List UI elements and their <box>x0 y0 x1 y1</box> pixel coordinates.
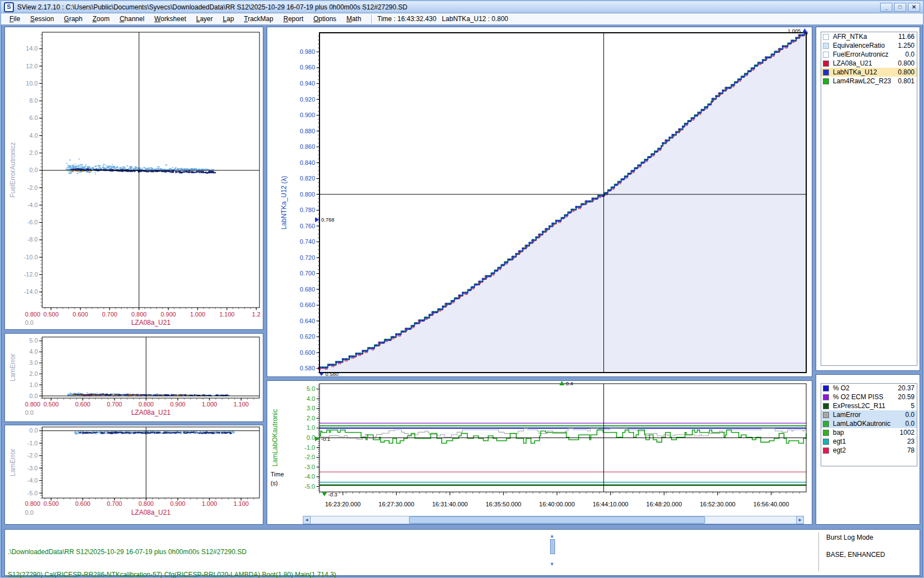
svg-text:16:35:50.000: 16:35:50.000 <box>486 501 521 507</box>
menu-item-zoom[interactable]: Zoom <box>87 14 114 24</box>
scroll-left-icon[interactable]: ◄ <box>303 516 311 524</box>
svg-text:3.0: 3.0 <box>29 359 38 366</box>
svg-text:0.500: 0.500 <box>43 401 59 408</box>
svg-text:-2.0: -2.0 <box>27 184 38 191</box>
channel-name: bap <box>833 429 900 436</box>
svg-text:-10.0: -10.0 <box>24 254 38 260</box>
legend-row[interactable]: bap1002 <box>821 428 917 437</box>
legend-row[interactable]: LabNTKa_U120.800 <box>821 68 917 77</box>
channel-color-swatch <box>823 394 829 400</box>
svg-text:0.700: 0.700 <box>102 311 118 318</box>
svg-text:-3.0: -3.0 <box>27 465 38 471</box>
menu-item-math[interactable]: Math <box>341 14 366 24</box>
svg-text:0.700: 0.700 <box>107 401 122 408</box>
svg-text:0.740: 0.740 <box>299 238 315 245</box>
svg-text:0.900: 0.900 <box>170 401 186 408</box>
svg-text:LamError: LamError <box>9 449 17 476</box>
svg-text:0.620: 0.620 <box>299 333 315 340</box>
svg-text:0.940: 0.940 <box>299 80 315 87</box>
legend-row[interactable]: AFR_NTKa11.66 <box>821 32 917 41</box>
channel-value: 0.800 <box>898 68 915 76</box>
svg-text:4.0: 4.0 <box>29 132 38 139</box>
svg-text:1.005: 1.005 <box>788 28 801 34</box>
maximize-button[interactable]: □ <box>894 3 906 12</box>
max-value-marker <box>560 381 565 385</box>
svg-text:-0.3: -0.3 <box>328 491 337 497</box>
legend-row[interactable]: % O2 ECM PISS20.59 <box>821 393 917 401</box>
lamerror-scatter-panel-1: 5.04.03.02.01.00.00.5000.6000.7000.8000.… <box>4 333 263 422</box>
svg-text:0.720: 0.720 <box>299 254 315 261</box>
legend-row[interactable]: EquivalenceRatio1.250 <box>821 41 917 50</box>
scrollbar-thumb[interactable] <box>409 516 705 524</box>
fuelerror-vs-lza08a-chart[interactable]: 14.012.010.08.06.04.02.00.0-2.0-4.0-6.0-… <box>5 27 263 329</box>
menu-item-options[interactable]: Options <box>308 14 341 24</box>
channel-list-bottom: % O220.37% O2 ECM PISS20.59ExPressL2C_R1… <box>821 383 917 466</box>
svg-text:-0.1: -0.1 <box>321 436 330 442</box>
channel-value: 20.59 <box>898 393 915 401</box>
legend-row[interactable]: Lam4RawL2C_R230.801 <box>821 77 917 86</box>
mini-scroll-down-icon[interactable]: ▼ <box>550 562 555 567</box>
lamlabokautronic-time-chart[interactable]: 5.04.03.02.01.00.0-1.0-2.0-3.0-4.0-5.016… <box>267 381 812 513</box>
legend-row[interactable]: egt278 <box>821 446 917 455</box>
svg-text:0.0: 0.0 <box>307 434 315 441</box>
svg-text:0.0: 0.0 <box>25 319 33 326</box>
svg-text:0.680: 0.680 <box>299 286 315 293</box>
app-logo-icon: S <box>4 2 14 12</box>
svg-text:LZA08a_U21: LZA08a_U21 <box>131 509 171 516</box>
labntka-lambda-chart[interactable]: 0.9800.9600.9400.9200.9000.8800.8600.840… <box>267 27 812 376</box>
menu-item-report[interactable]: Report <box>278 14 308 24</box>
svg-text:-6.0: -6.0 <box>27 219 38 225</box>
menu-item-session[interactable]: Session <box>25 14 59 24</box>
legend-row[interactable]: LZA08a_U210.800 <box>821 59 917 68</box>
channel-color-swatch <box>823 43 829 49</box>
close-button[interactable]: ✕ <box>908 3 920 12</box>
time-scrollbar[interactable]: ◄ ► <box>303 516 804 524</box>
menu-item-channel[interactable]: Channel <box>114 14 149 24</box>
svg-text:-2.0: -2.0 <box>304 454 315 460</box>
status-bar: .\DownloadedData\RR S12\2025-10-29 16-07… <box>4 529 920 576</box>
channel-legend-panel-top: AFR_NTKa11.66EquivalenceRatio1.250FuelEr… <box>816 27 920 371</box>
menu-item-file[interactable]: File <box>4 14 25 24</box>
menu-item-layer[interactable]: Layer <box>191 14 218 24</box>
channel-info-box: ▲ ▼ LabNTKa_U12 (200Hz) samples(786167) … <box>550 534 815 568</box>
legend-row[interactable]: LamError0.0 <box>821 410 917 419</box>
minimize-button[interactable]: _ <box>880 3 892 12</box>
svg-text:0.960: 0.960 <box>299 64 315 71</box>
legend-row[interactable]: FuelErrorAutronicz0.0 <box>821 50 917 59</box>
scrollbar-track[interactable] <box>311 516 796 524</box>
mini-scroll-up-icon[interactable]: ▲ <box>550 534 555 539</box>
menu-item-worksheet[interactable]: Worksheet <box>149 14 191 24</box>
svg-text:-3.0: -3.0 <box>304 464 315 470</box>
min-value-marker <box>322 492 327 497</box>
svg-text:0.500: 0.500 <box>43 311 59 318</box>
svg-text:LZA08a_U21: LZA08a_U21 <box>131 319 171 326</box>
svg-text:0.800: 0.800 <box>25 401 41 408</box>
lamerror-vs-lza08a-chart-1[interactable]: 5.04.03.02.01.00.00.5000.6000.7000.8000.… <box>5 334 263 421</box>
svg-text:0.800: 0.800 <box>299 191 315 198</box>
legend-row[interactable]: egt123 <box>821 437 917 446</box>
log-mode-title: Burst Log Mode <box>826 534 885 541</box>
cursor-value-marker <box>315 436 319 441</box>
channel-name: % O2 <box>833 384 898 392</box>
svg-text:3.0: 3.0 <box>307 405 315 411</box>
svg-text:2.0: 2.0 <box>29 149 38 156</box>
svg-text:0.0: 0.0 <box>25 409 33 416</box>
lamerror-vs-lza08a-chart-2[interactable]: 0.0-1.0-2.0-3.0-4.0-5.00.5000.6000.7000.… <box>5 425 263 524</box>
legend-row[interactable]: LamLabOKautronic0.0 <box>821 419 917 428</box>
channel-name: EquivalenceRatio <box>833 42 898 49</box>
svg-text:0.500: 0.500 <box>43 500 59 507</box>
legend-row[interactable]: ExPressL2C_R115 <box>821 401 917 410</box>
mini-scroll-thumb[interactable] <box>550 539 555 554</box>
channel-name: AFR_NTKa <box>833 33 898 41</box>
channel-value: 0.800 <box>898 59 915 67</box>
svg-text:0.700: 0.700 <box>299 270 315 277</box>
menu-item-graph[interactable]: Graph <box>59 14 87 24</box>
scroll-right-icon[interactable]: ► <box>796 516 804 524</box>
legend-row[interactable]: % O220.37 <box>821 384 917 393</box>
svg-text:0.900: 0.900 <box>299 112 315 118</box>
svg-text:0.768: 0.768 <box>321 217 334 223</box>
menu-item-lap[interactable]: Lap <box>218 14 239 24</box>
svg-text:16:40:00.000: 16:40:00.000 <box>539 501 575 507</box>
channel-color-swatch <box>823 69 829 76</box>
menu-item-trackmap[interactable]: TrackMap <box>239 14 278 24</box>
